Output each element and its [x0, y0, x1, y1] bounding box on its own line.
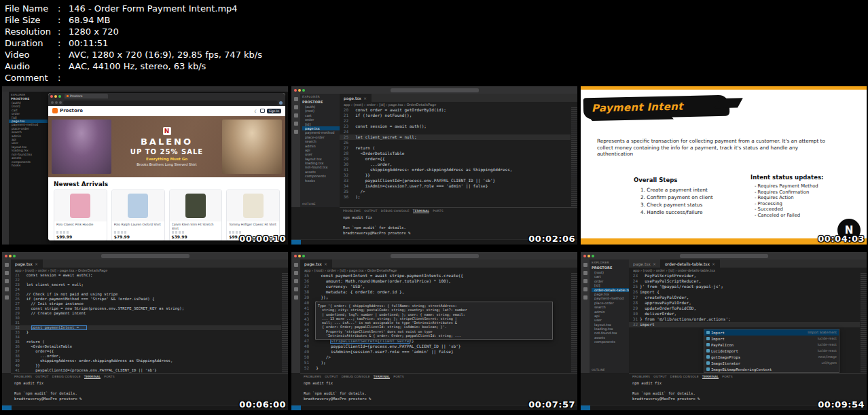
editor-tab[interactable]: page.tsx×	[340, 94, 372, 102]
debug-icon[interactable]	[5, 287, 9, 291]
extensions-icon[interactable]	[294, 295, 298, 300]
panel-tab[interactable]: TERMINAL	[374, 375, 390, 379]
outline-section[interactable]: OUTLINE	[302, 202, 316, 206]
suggestion-item[interactable]: ImageIterator util/types	[704, 360, 839, 366]
explorer-icon[interactable]	[583, 263, 587, 267]
breadcrumb[interactable]: app › (root) › order › [id] › page.tsx ›…	[300, 268, 577, 273]
panel-tab[interactable]: TERMINAL	[702, 375, 719, 379]
source-control-icon[interactable]	[5, 279, 9, 283]
panel-tab[interactable]: PROBLEMS	[632, 375, 650, 378]
explorer-icon[interactable]	[5, 263, 9, 267]
code-area[interactable]: 23 24 25 26 27 28 29 30 31 32 PayPalScri…	[629, 273, 867, 373]
product-name[interactable]: Tommy Hilfiger Classic Fit Shirt	[229, 223, 277, 230]
product-card[interactable]: Polo Ralph Lauren Oxford Shirt $79.99	[111, 190, 165, 240]
panel-tab[interactable]: PROBLEMS	[14, 375, 32, 378]
panel-tab[interactable]: OUTPUT	[325, 375, 338, 378]
browser-tab[interactable]: Prostore	[65, 94, 108, 98]
close-tab-icon[interactable]: ×	[363, 96, 367, 101]
extensions-icon[interactable]	[5, 295, 9, 300]
editor-tab[interactable]: page.tsx×	[11, 259, 43, 268]
close-tab-icon[interactable]: ×	[653, 261, 656, 266]
window-controls[interactable]	[5, 255, 16, 257]
close-tab-icon[interactable]: ×	[712, 261, 715, 266]
remote-indicator[interactable]	[291, 405, 301, 410]
search-icon[interactable]	[294, 105, 298, 109]
source-control-icon[interactable]	[294, 113, 298, 118]
command-center[interactable]	[101, 254, 189, 258]
store-logo[interactable]	[52, 108, 58, 113]
panel-tab[interactable]: OUTPUT	[35, 375, 49, 378]
address-bar[interactable]	[63, 101, 278, 105]
source-control-icon[interactable]	[294, 279, 298, 283]
breadcrumb[interactable]: app › (root) › order › [id] › page.tsx ›…	[340, 102, 577, 107]
close-tab-icon[interactable]: ×	[324, 261, 327, 266]
panel-tab[interactable]: PORTS	[722, 375, 733, 378]
product-name[interactable]: Calvin Klein Slim Fit Stretch Shirt	[172, 223, 220, 230]
code-area[interactable]: 21 22 23 24 25 26 27 28 29 30 31 32 33 3…	[11, 273, 288, 373]
suggestion-item[interactable]: Import lucide-react	[704, 336, 839, 342]
product-card[interactable]: Polo Classic Pink Hoodie $99.99	[54, 190, 107, 240]
search-icon[interactable]	[5, 271, 9, 275]
explorer-icon[interactable]	[294, 97, 298, 101]
debug-icon[interactable]	[583, 287, 587, 291]
extensions-icon[interactable]	[583, 295, 587, 300]
forward-button[interactable]	[55, 101, 58, 104]
theme-toggle-icon[interactable]: ☾	[254, 109, 257, 113]
terminal-output[interactable]: npm audit fix Run `npm audit` for detail…	[340, 214, 577, 236]
search-icon[interactable]	[583, 271, 587, 275]
panel-tab[interactable]: OUTPUT	[364, 209, 378, 213]
sign-in-button[interactable]: Sign In	[267, 109, 281, 113]
explorer-icon[interactable]	[294, 263, 298, 267]
file-tree-item[interactable]: order-details-table.tsx	[592, 288, 629, 292]
panel-tab[interactable]: DEBUG CONSOLE	[381, 209, 410, 213]
command-center[interactable]	[391, 254, 479, 258]
panel-tab[interactable]: PORTS	[104, 375, 115, 378]
panel-tab[interactable]: TERMINAL	[413, 209, 429, 213]
editor-tab[interactable]: order-details-table.tsx×	[661, 259, 720, 268]
terminal-output[interactable]: npm audit fix Run `npm audit` for detail…	[11, 380, 288, 401]
remote-indicator[interactable]	[581, 405, 590, 410]
window-controls[interactable]	[583, 255, 594, 257]
file-tree-item[interactable]: payment-method	[302, 130, 340, 134]
file-tree-item[interactable]: hooks	[9, 164, 48, 167]
extensions-icon[interactable]	[294, 130, 298, 134]
suggestion-item[interactable]: PayPalIcon lucide-react	[704, 342, 839, 348]
panel-tab[interactable]: TERMINAL	[84, 375, 101, 379]
product-name[interactable]: Polo Classic Pink Hoodie	[56, 223, 105, 230]
refresh-button[interactable]	[59, 101, 62, 104]
remote-indicator[interactable]	[2, 405, 12, 410]
panel-tab[interactable]: DEBUG CONSOLE	[670, 375, 699, 378]
suggestion-item[interactable]: Import Import Statement	[704, 329, 839, 336]
breadcrumb[interactable]: app › (root) › order › [id] › order-deta…	[629, 268, 867, 273]
minimap[interactable]	[571, 107, 577, 207]
file-tree-item[interactable]: components	[592, 340, 629, 344]
editor-tab[interactable]: page.tsx×	[629, 259, 661, 268]
remote-indicator[interactable]	[291, 240, 301, 245]
file-tree-item[interactable]: hooks	[302, 179, 340, 183]
store-brand[interactable]: Prostore	[60, 108, 83, 113]
breadcrumb[interactable]: app › (root) › order › [id] › page.tsx ›…	[11, 268, 288, 273]
panel-tab[interactable]: OUTPUT	[653, 375, 667, 378]
back-button[interactable]	[51, 101, 54, 104]
minimap[interactable]	[282, 273, 288, 373]
suggestion-item[interactable]: getImageProps next/image	[704, 354, 839, 360]
suggestion-item[interactable]: ImageBitmapRenderingContext	[704, 366, 839, 372]
project-name[interactable]: PROSTORE	[302, 100, 340, 104]
debug-icon[interactable]	[294, 287, 298, 291]
cart-icon[interactable]	[260, 109, 265, 113]
terminal-output[interactable]: npm audit fix Run `npm audit` for detail…	[300, 380, 577, 401]
panel-tab[interactable]: PORTS	[393, 375, 404, 378]
panel-tab[interactable]: DEBUG CONSOLE	[52, 375, 81, 378]
search-icon[interactable]	[294, 271, 298, 275]
outline-section[interactable]: OUTLINE	[592, 368, 605, 372]
panel-tab[interactable]: DEBUG CONSOLE	[342, 375, 370, 378]
debug-icon[interactable]	[294, 122, 298, 126]
product-card[interactable]: Calvin Klein Slim Fit Stretch Shirt $39.…	[169, 190, 223, 240]
suggestion-item[interactable]: LucideImport lucide-react	[704, 348, 839, 354]
command-center[interactable]	[680, 254, 768, 258]
editor-tab[interactable]: page.tsx×	[300, 259, 332, 268]
code-area[interactable]: 20 21 22 23 24 25 26 27 28 29 30 31 32 3…	[340, 107, 577, 207]
minimap[interactable]	[571, 273, 577, 373]
minimap[interactable]	[861, 273, 867, 373]
hero-banner[interactable]: N BALENO UP TO 25% SALE Everything Must …	[48, 116, 285, 177]
